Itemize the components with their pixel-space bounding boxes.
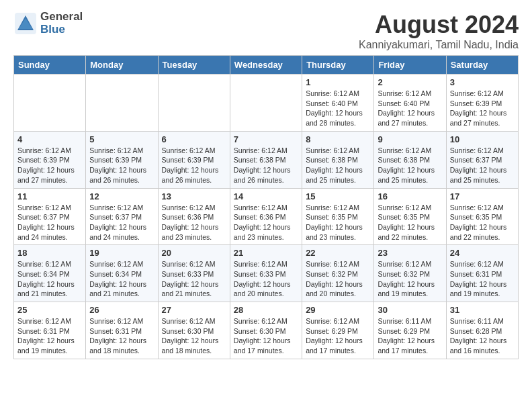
calendar-cell [86, 75, 158, 132]
day-number: 21 [234, 248, 298, 258]
day-info: Sunrise: 6:12 AM Sunset: 6:36 PM Dayligh… [234, 203, 298, 242]
day-info: Sunrise: 6:12 AM Sunset: 6:37 PM Dayligh… [17, 203, 82, 242]
day-info: Sunrise: 6:12 AM Sunset: 6:30 PM Dayligh… [234, 316, 298, 356]
day-number: 27 [162, 305, 226, 315]
calendar-header-row: SundayMondayTuesdayWednesdayThursdayFrid… [14, 56, 519, 75]
calendar-cell: 3Sunrise: 6:12 AM Sunset: 6:39 PM Daylig… [446, 75, 518, 132]
day-info: Sunrise: 6:12 AM Sunset: 6:39 PM Dayligh… [17, 146, 82, 185]
day-number: 26 [89, 305, 154, 315]
calendar-cell: 13Sunrise: 6:12 AM Sunset: 6:36 PM Dayli… [158, 188, 230, 245]
calendar-cell: 14Sunrise: 6:12 AM Sunset: 6:36 PM Dayli… [230, 188, 302, 245]
calendar-cell: 20Sunrise: 6:12 AM Sunset: 6:33 PM Dayli… [158, 245, 230, 302]
col-header-tuesday: Tuesday [158, 56, 230, 75]
day-info: Sunrise: 6:12 AM Sunset: 6:36 PM Dayligh… [162, 203, 226, 242]
day-number: 7 [234, 134, 298, 144]
day-number: 8 [306, 134, 370, 144]
day-info: Sunrise: 6:12 AM Sunset: 6:40 PM Dayligh… [378, 89, 442, 128]
day-number: 10 [450, 134, 515, 144]
day-info: Sunrise: 6:12 AM Sunset: 6:35 PM Dayligh… [306, 203, 370, 242]
calendar-week-row: 1Sunrise: 6:12 AM Sunset: 6:40 PM Daylig… [14, 75, 519, 132]
day-number: 3 [450, 77, 515, 87]
day-info: Sunrise: 6:12 AM Sunset: 6:39 PM Dayligh… [450, 89, 515, 128]
calendar-cell: 22Sunrise: 6:12 AM Sunset: 6:32 PM Dayli… [302, 245, 374, 302]
calendar-cell: 11Sunrise: 6:12 AM Sunset: 6:37 PM Dayli… [14, 188, 86, 245]
calendar-week-row: 11Sunrise: 6:12 AM Sunset: 6:37 PM Dayli… [14, 188, 519, 245]
main-title: August 2024 [359, 11, 519, 39]
calendar-week-row: 25Sunrise: 6:12 AM Sunset: 6:31 PM Dayli… [14, 302, 519, 359]
day-info: Sunrise: 6:12 AM Sunset: 6:33 PM Dayligh… [234, 259, 298, 299]
calendar-cell: 18Sunrise: 6:12 AM Sunset: 6:34 PM Dayli… [14, 245, 86, 302]
day-number: 31 [450, 305, 515, 315]
calendar-week-row: 4Sunrise: 6:12 AM Sunset: 6:39 PM Daylig… [14, 131, 519, 188]
calendar-week-row: 18Sunrise: 6:12 AM Sunset: 6:34 PM Dayli… [14, 245, 519, 302]
title-area: August 2024 Kanniyakumari, Tamil Nadu, I… [359, 11, 519, 51]
day-number: 16 [378, 191, 442, 201]
calendar-cell: 16Sunrise: 6:12 AM Sunset: 6:35 PM Dayli… [374, 188, 446, 245]
day-number: 14 [234, 191, 298, 201]
calendar-cell: 21Sunrise: 6:12 AM Sunset: 6:33 PM Dayli… [230, 245, 302, 302]
col-header-sunday: Sunday [14, 56, 86, 75]
day-info: Sunrise: 6:12 AM Sunset: 6:38 PM Dayligh… [378, 146, 442, 185]
calendar-cell: 17Sunrise: 6:12 AM Sunset: 6:35 PM Dayli… [446, 188, 518, 245]
day-number: 2 [378, 77, 442, 87]
calendar-cell: 7Sunrise: 6:12 AM Sunset: 6:38 PM Daylig… [230, 131, 302, 188]
calendar-cell: 31Sunrise: 6:11 AM Sunset: 6:28 PM Dayli… [446, 302, 518, 359]
day-info: Sunrise: 6:12 AM Sunset: 6:35 PM Dayligh… [378, 203, 442, 242]
day-info: Sunrise: 6:12 AM Sunset: 6:30 PM Dayligh… [162, 316, 226, 356]
day-number: 11 [17, 191, 82, 201]
calendar-cell: 12Sunrise: 6:12 AM Sunset: 6:37 PM Dayli… [86, 188, 158, 245]
day-info: Sunrise: 6:12 AM Sunset: 6:32 PM Dayligh… [306, 259, 370, 299]
day-info: Sunrise: 6:12 AM Sunset: 6:33 PM Dayligh… [162, 259, 226, 299]
calendar-cell: 27Sunrise: 6:12 AM Sunset: 6:30 PM Dayli… [158, 302, 230, 359]
calendar-cell: 24Sunrise: 6:12 AM Sunset: 6:31 PM Dayli… [446, 245, 518, 302]
calendar-cell: 15Sunrise: 6:12 AM Sunset: 6:35 PM Dayli… [302, 188, 374, 245]
day-info: Sunrise: 6:12 AM Sunset: 6:31 PM Dayligh… [17, 316, 82, 356]
col-header-wednesday: Wednesday [230, 56, 302, 75]
day-number: 28 [234, 305, 298, 315]
col-header-saturday: Saturday [446, 56, 518, 75]
logo-general: General [40, 11, 83, 24]
calendar-cell: 9Sunrise: 6:12 AM Sunset: 6:38 PM Daylig… [374, 131, 446, 188]
col-header-thursday: Thursday [302, 56, 374, 75]
calendar-cell [230, 75, 302, 132]
logo-blue: Blue [40, 24, 83, 36]
day-number: 1 [306, 77, 370, 87]
calendar-cell: 26Sunrise: 6:12 AM Sunset: 6:31 PM Dayli… [86, 302, 158, 359]
day-info: Sunrise: 6:12 AM Sunset: 6:35 PM Dayligh… [450, 203, 515, 242]
day-number: 24 [450, 248, 515, 258]
day-info: Sunrise: 6:12 AM Sunset: 6:37 PM Dayligh… [89, 203, 154, 242]
day-number: 17 [450, 191, 515, 201]
calendar-cell: 28Sunrise: 6:12 AM Sunset: 6:30 PM Dayli… [230, 302, 302, 359]
calendar-cell [14, 75, 86, 132]
day-info: Sunrise: 6:12 AM Sunset: 6:39 PM Dayligh… [89, 146, 154, 185]
calendar-cell [158, 75, 230, 132]
calendar-cell: 19Sunrise: 6:12 AM Sunset: 6:34 PM Dayli… [86, 245, 158, 302]
calendar-cell: 5Sunrise: 6:12 AM Sunset: 6:39 PM Daylig… [86, 131, 158, 188]
day-info: Sunrise: 6:12 AM Sunset: 6:31 PM Dayligh… [450, 259, 515, 299]
subtitle: Kanniyakumari, Tamil Nadu, India [359, 39, 519, 51]
day-number: 20 [162, 248, 226, 258]
calendar-cell: 25Sunrise: 6:12 AM Sunset: 6:31 PM Dayli… [14, 302, 86, 359]
calendar-cell: 30Sunrise: 6:11 AM Sunset: 6:29 PM Dayli… [374, 302, 446, 359]
col-header-monday: Monday [86, 56, 158, 75]
day-info: Sunrise: 6:12 AM Sunset: 6:34 PM Dayligh… [89, 259, 154, 299]
day-number: 18 [17, 248, 82, 258]
calendar-cell: 1Sunrise: 6:12 AM Sunset: 6:40 PM Daylig… [302, 75, 374, 132]
day-info: Sunrise: 6:12 AM Sunset: 6:31 PM Dayligh… [89, 316, 154, 356]
day-info: Sunrise: 6:12 AM Sunset: 6:34 PM Dayligh… [17, 259, 82, 299]
day-info: Sunrise: 6:12 AM Sunset: 6:38 PM Dayligh… [234, 146, 298, 185]
header: General Blue August 2024 Kanniyakumari, … [13, 11, 519, 51]
day-info: Sunrise: 6:11 AM Sunset: 6:28 PM Dayligh… [450, 316, 515, 356]
day-info: Sunrise: 6:12 AM Sunset: 6:29 PM Dayligh… [306, 316, 370, 356]
calendar-cell: 6Sunrise: 6:12 AM Sunset: 6:39 PM Daylig… [158, 131, 230, 188]
calendar-table: SundayMondayTuesdayWednesdayThursdayFrid… [13, 55, 519, 359]
logo-icon [13, 11, 38, 36]
logo-text: General Blue [40, 11, 83, 36]
day-info: Sunrise: 6:12 AM Sunset: 6:38 PM Dayligh… [306, 146, 370, 185]
calendar-cell: 29Sunrise: 6:12 AM Sunset: 6:29 PM Dayli… [302, 302, 374, 359]
day-number: 12 [89, 191, 154, 201]
calendar-cell: 10Sunrise: 6:12 AM Sunset: 6:37 PM Dayli… [446, 131, 518, 188]
day-info: Sunrise: 6:11 AM Sunset: 6:29 PM Dayligh… [378, 316, 442, 356]
day-number: 19 [89, 248, 154, 258]
day-number: 4 [17, 134, 82, 144]
